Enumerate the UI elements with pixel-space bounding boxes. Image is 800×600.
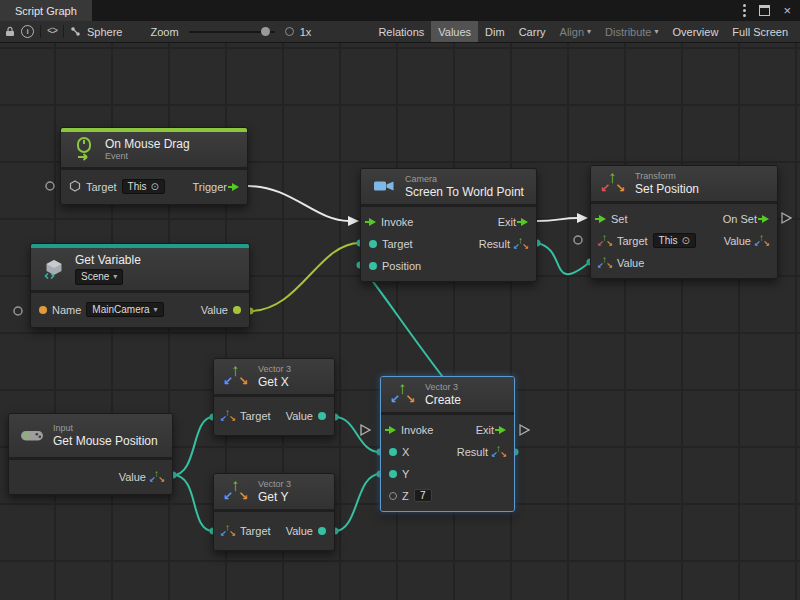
port-y-label: Y <box>402 468 409 480</box>
control-port-arrow-icon[interactable] <box>521 218 528 226</box>
camera-icon <box>370 179 398 193</box>
wire-mouse-to-getx[interactable] <box>173 417 213 475</box>
node-header: Input Get Mouse Position <box>9 414 172 457</box>
vector3-type-icon[interactable]: ↑↙↘ <box>151 471 164 483</box>
port-result-label: Result <box>479 238 510 250</box>
gamepad-icon <box>18 428 46 443</box>
control-port-arrow-icon[interactable] <box>499 426 506 434</box>
node-get-mouse-position[interactable]: Input Get Mouse Position Value↑↙↘ <box>8 413 173 495</box>
value-port-dot[interactable] <box>233 306 241 314</box>
node-header: Get Variable Scene ▾ <box>31 248 249 290</box>
port-value-label: Value <box>119 471 146 483</box>
object-picker-icon[interactable]: ⊙ <box>681 235 689 246</box>
node-set-position[interactable]: ↑↙↘ Transform Set Position Set On Set ↑↙… <box>590 165 778 279</box>
transform-type-icon[interactable]: ↑↙↘ <box>599 235 612 247</box>
wire-exit-to-set[interactable] <box>537 218 578 221</box>
port-value-label: Value <box>286 410 313 422</box>
vector3-type-icon[interactable]: ↑↙↘ <box>599 257 612 269</box>
port-target-label: Target <box>240 410 271 422</box>
node-get-y[interactable]: ↑↙↘ Vector 3 Get Y ↑↙↘Target Value <box>213 473 335 551</box>
node-vector3-create[interactable]: ↑↙↘ Vector 3 Create Invoke Exit X Result… <box>380 376 515 512</box>
variable-icon <box>40 259 68 279</box>
value-port-dot[interactable] <box>318 527 326 535</box>
wire-result-to-value[interactable] <box>537 243 590 274</box>
vector3-type-icon[interactable]: ↑↙↘ <box>222 410 235 422</box>
node-category: Input <box>53 423 158 434</box>
x-port-dot[interactable] <box>389 448 397 456</box>
node-header: ↑↙↘ Vector 3 Get X <box>214 359 334 394</box>
wire-mouse-to-gety[interactable] <box>173 475 213 531</box>
node-category: Vector 3 <box>258 364 291 375</box>
chevron-down-icon: ▾ <box>154 305 158 314</box>
object-picker-icon[interactable]: ⊙ <box>150 181 158 192</box>
target-port-dot[interactable] <box>369 240 377 248</box>
wire-trigger-to-invoke[interactable] <box>248 186 349 221</box>
node-header: ↑↙↘ Vector 3 Create <box>381 377 514 412</box>
node-title: Get X <box>258 375 291 389</box>
node-category: Transform <box>635 171 699 182</box>
port-invoke-label: Invoke <box>401 424 433 436</box>
vector3-type-icon[interactable]: ↑↙↘ <box>515 238 528 250</box>
target-object-field[interactable]: This ⊙ <box>122 179 165 194</box>
vector3-icon: ↑↙↘ <box>390 382 418 406</box>
port-name-label: Name <box>52 304 81 316</box>
hexagon-type-icon <box>69 180 81 194</box>
node-title: Get Y <box>258 490 291 504</box>
unconnected-port-marker[interactable] <box>46 182 54 190</box>
node-title: Screen To World Point <box>405 185 524 199</box>
wire-variable-to-target[interactable] <box>250 243 360 311</box>
control-port-arrow-icon[interactable] <box>369 218 376 226</box>
position-port-dot[interactable] <box>369 262 377 270</box>
control-port-arrow-icon[interactable] <box>599 215 606 223</box>
control-port-arrow-icon[interactable] <box>232 183 239 191</box>
vector3-type-icon[interactable]: ↑↙↘ <box>756 235 769 247</box>
unconnected-flow-marker[interactable] <box>520 425 529 435</box>
unconnected-port-marker[interactable] <box>574 236 582 244</box>
port-set-label: Set <box>611 213 628 225</box>
port-trigger-label: Trigger <box>193 181 227 193</box>
z-input-field[interactable]: 7 <box>414 489 432 502</box>
node-on-mouse-drag[interactable]: On Mouse Drag Event Target This ⊙ Trigge… <box>60 127 248 205</box>
node-category: Vector 3 <box>258 479 291 490</box>
port-target-label: Target <box>86 181 117 193</box>
port-value-label: Value <box>201 304 228 316</box>
node-get-x[interactable]: ↑↙↘ Vector 3 Get X ↑↙↘Target Value <box>213 358 335 436</box>
value-port-dot[interactable] <box>318 412 326 420</box>
vector3-icon: ↑↙↘ <box>223 364 251 388</box>
control-port-arrow-icon[interactable] <box>389 426 396 434</box>
node-title: Get Mouse Position <box>53 434 158 448</box>
node-header: Camera Screen To World Point <box>361 169 536 204</box>
node-category: Camera <box>405 174 524 185</box>
node-screen-to-world-point[interactable]: Camera Screen To World Point Invoke Exit… <box>360 168 537 282</box>
node-header: On Mouse Drag Event <box>61 132 247 167</box>
node-title: Create <box>425 393 461 407</box>
node-subtitle: Event <box>105 151 190 162</box>
control-port-arrow-icon[interactable] <box>762 215 769 223</box>
port-value-label: Value <box>286 525 313 537</box>
wire-gety-to-y[interactable] <box>335 474 380 531</box>
vector3-type-icon[interactable]: ↑↙↘ <box>493 446 506 458</box>
wire-getx-to-x[interactable] <box>335 417 380 452</box>
node-title: Set Position <box>635 182 699 196</box>
port-value-out-label: Value <box>724 235 751 247</box>
node-header: ↑↙↘ Vector 3 Get Y <box>214 474 334 509</box>
port-target-label: Target <box>617 235 648 247</box>
port-target-label: Target <box>240 525 271 537</box>
port-z-label: Z <box>402 490 409 502</box>
variable-scope-dropdown[interactable]: Scene ▾ <box>75 269 123 285</box>
unconnected-flow-marker[interactable] <box>361 425 370 435</box>
port-position-label: Position <box>382 260 421 272</box>
node-get-variable[interactable]: Get Variable Scene ▾ Name MainCamera ▾ <box>30 243 250 328</box>
unconnected-port-marker[interactable] <box>14 307 22 315</box>
port-exit-label: Exit <box>476 424 494 436</box>
unconnected-flow-marker[interactable] <box>782 213 791 223</box>
y-port-dot[interactable] <box>389 470 397 478</box>
z-port-dot[interactable] <box>389 492 397 500</box>
variable-name-dropdown[interactable]: MainCamera ▾ <box>86 302 163 317</box>
string-port-dot[interactable] <box>39 306 47 314</box>
port-result-label: Result <box>457 446 488 458</box>
port-x-label: X <box>402 446 409 458</box>
target-object-field[interactable]: This ⊙ <box>653 233 696 248</box>
port-exit-label: Exit <box>498 216 516 228</box>
vector3-type-icon[interactable]: ↑↙↘ <box>222 525 235 537</box>
